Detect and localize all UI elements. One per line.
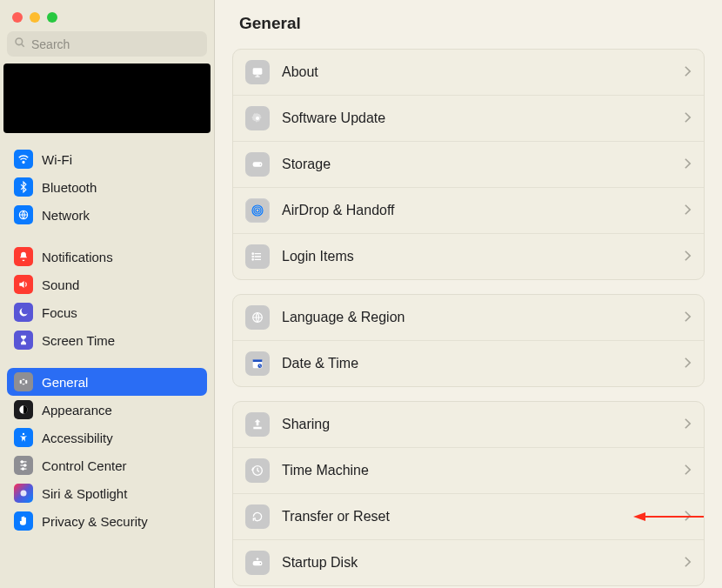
svg-line-1 [22, 44, 24, 47]
row-language[interactable]: Language & Region [233, 295, 704, 340]
search-field[interactable] [7, 31, 207, 57]
imac-icon [245, 60, 270, 84]
sidebar-item-label: Wi-Fi [42, 152, 72, 167]
sidebar-item-appearance[interactable]: Appearance [7, 396, 207, 424]
sidebar-item-notifications[interactable]: Notifications [7, 243, 207, 271]
chevron-right-icon [684, 464, 692, 478]
chevron-right-icon [684, 357, 692, 371]
row-about[interactable]: About [233, 50, 704, 95]
disk-icon [245, 152, 270, 177]
sidebar-item-label: Sound [42, 277, 79, 292]
svg-point-19 [256, 209, 259, 212]
close-window-button[interactable] [12, 12, 23, 23]
gear-icon [245, 106, 270, 130]
svg-point-5 [23, 433, 24, 435]
svg-point-11 [22, 468, 23, 470]
row-label: Transfer or Reset [282, 509, 672, 525]
row-label: Software Update [282, 110, 672, 126]
svg-point-20 [254, 207, 261, 214]
speaker-icon [14, 275, 33, 294]
reset-icon [245, 504, 270, 529]
settings-group-1: About Software Update Storage AirDrop & … [232, 49, 705, 280]
globe-icon [14, 205, 33, 224]
page-title: General [232, 0, 705, 49]
bluetooth-icon [14, 177, 33, 197]
sidebar-item-label: Screen Time [42, 333, 115, 348]
chevron-right-icon [684, 204, 692, 218]
sidebar-item-focus[interactable]: Focus [7, 298, 207, 326]
globe-icon [245, 305, 270, 330]
moon-icon [14, 303, 33, 322]
sidebar-item-label: General [42, 375, 88, 390]
sidebar-item-accessibility[interactable]: Accessibility [7, 424, 207, 451]
sidebar-item-siri[interactable]: Siri & Spotlight [7, 479, 207, 507]
svg-point-18 [260, 164, 261, 164]
sidebar-item-label: Focus [42, 305, 77, 320]
svg-point-12 [21, 491, 27, 497]
zoom-window-button[interactable] [47, 12, 57, 23]
row-startupdisk[interactable]: Startup Disk [233, 539, 704, 585]
sidebar-item-label: Siri & Spotlight [42, 486, 127, 501]
row-datetime[interactable]: Date & Time [233, 340, 704, 386]
window-controls [0, 0, 214, 31]
minimize-window-button[interactable] [30, 12, 40, 23]
search-input[interactable] [31, 37, 200, 51]
list-icon [245, 244, 270, 269]
chevron-right-icon [684, 311, 692, 325]
row-timemachine[interactable]: Time Machine [233, 447, 704, 493]
svg-point-7 [21, 461, 23, 463]
share-icon [245, 412, 270, 437]
sidebar-group-network: Wi-Fi Bluetooth Network [0, 144, 214, 231]
calendar-icon [245, 351, 270, 376]
sidebar-item-privacy[interactable]: Privacy & Security [7, 507, 207, 535]
chevron-right-icon [684, 418, 692, 432]
svg-point-27 [252, 259, 253, 260]
sidebar-item-label: Privacy & Security [42, 514, 148, 529]
startup-disk-icon [245, 551, 270, 575]
row-label: Time Machine [282, 463, 672, 478]
settings-group-2: Language & Region Date & Time [232, 294, 705, 387]
svg-point-25 [252, 253, 253, 254]
row-loginitems[interactable]: Login Items [233, 233, 704, 279]
svg-point-0 [16, 38, 23, 45]
account-card[interactable] [3, 63, 211, 133]
sidebar-item-wifi[interactable]: Wi-Fi [7, 145, 207, 173]
settings-group-3: Sharing Time Machine Transfer or Reset S… [232, 401, 705, 586]
sidebar-item-label: Network [42, 208, 90, 223]
row-airdrop[interactable]: AirDrop & Handoff [233, 187, 704, 233]
sidebar-item-general[interactable]: General [7, 368, 207, 396]
sidebar-item-label: Appearance [42, 403, 112, 418]
hand-icon [14, 511, 33, 531]
sidebar-group-system: General Appearance Accessibility Control… [0, 366, 214, 537]
wifi-icon [14, 150, 33, 169]
clock-arrow-icon [245, 458, 270, 483]
row-label: Storage [282, 157, 672, 172]
row-softwareupdate[interactable]: Software Update [233, 95, 704, 141]
accessibility-icon [14, 428, 33, 447]
siri-icon [14, 484, 33, 503]
gear-icon [14, 372, 33, 391]
svg-point-9 [24, 464, 26, 466]
row-storage[interactable]: Storage [233, 141, 704, 187]
sliders-icon [14, 456, 33, 475]
row-sharing[interactable]: Sharing [233, 402, 704, 447]
chevron-right-icon [684, 510, 692, 525]
sidebar-item-controlcenter[interactable]: Control Center [7, 451, 207, 479]
svg-rect-14 [257, 75, 259, 76]
hourglass-icon [14, 331, 33, 350]
svg-rect-13 [253, 68, 263, 74]
row-transfer-reset[interactable]: Transfer or Reset [233, 493, 704, 539]
sidebar-item-network[interactable]: Network [7, 201, 207, 229]
row-label: Login Items [282, 249, 672, 264]
row-label: Language & Region [282, 310, 672, 325]
sidebar: Wi-Fi Bluetooth Network Notifications [0, 0, 215, 588]
bell-icon [14, 247, 33, 266]
sidebar-item-screentime[interactable]: Screen Time [7, 326, 207, 354]
search-icon [14, 37, 26, 51]
sidebar-item-label: Bluetooth [42, 180, 97, 195]
chevron-right-icon [684, 250, 692, 264]
airdrop-icon [245, 198, 270, 223]
row-label: Date & Time [282, 356, 672, 371]
sidebar-item-bluetooth[interactable]: Bluetooth [7, 173, 207, 201]
sidebar-item-sound[interactable]: Sound [7, 271, 207, 298]
